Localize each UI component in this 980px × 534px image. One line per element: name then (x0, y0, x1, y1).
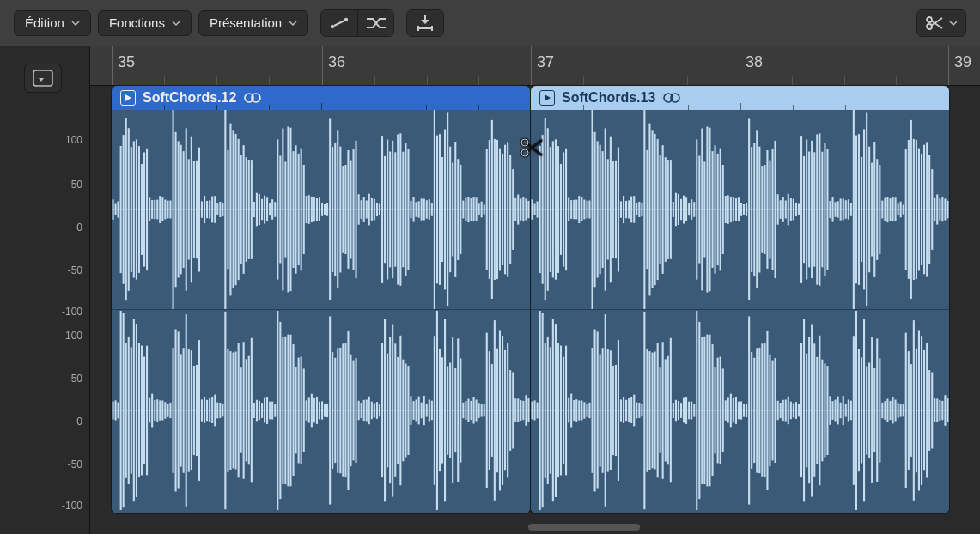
svg-rect-424 (743, 204, 745, 215)
svg-rect-605 (795, 402, 797, 419)
svg-rect-128 (399, 133, 401, 285)
svg-rect-29 (141, 164, 143, 255)
svg-rect-387 (646, 150, 648, 269)
svg-rect-68 (243, 145, 245, 274)
svg-rect-385 (641, 203, 642, 216)
svg-rect-448 (806, 140, 807, 280)
svg-rect-502 (947, 201, 948, 218)
svg-rect-32 (149, 198, 150, 221)
svg-rect-481 (892, 197, 894, 221)
svg-rect-400 (680, 199, 682, 220)
svg-rect-583 (738, 402, 740, 420)
svg-rect-69 (246, 157, 247, 262)
svg-rect-300 (429, 400, 430, 422)
svg-rect-306 (444, 319, 446, 502)
svg-rect-202 (173, 348, 174, 473)
svg-rect-367 (594, 132, 596, 287)
svg-rect-518 (568, 398, 569, 423)
tool-menu[interactable] (916, 9, 966, 37)
svg-rect-619 (832, 401, 834, 420)
svg-rect-449 (808, 152, 810, 268)
svg-rect-338 (527, 398, 529, 422)
svg-rect-47 (188, 159, 190, 259)
svg-rect-567 (696, 311, 697, 510)
svg-rect-315 (467, 399, 469, 422)
automation-toggle[interactable] (321, 10, 357, 36)
svg-marker-13 (39, 78, 44, 82)
svg-rect-282 (381, 343, 383, 477)
svg-rect-274 (361, 403, 362, 418)
track-area[interactable]: 35 36 37 38 39 SoftChords.12 (90, 46, 980, 534)
chevron-down-icon (289, 19, 297, 27)
svg-rect-647 (905, 333, 907, 488)
svg-rect-107 (344, 165, 346, 254)
svg-rect-463 (845, 200, 847, 219)
svg-rect-438 (780, 200, 782, 219)
catch-playhead-button[interactable] (407, 10, 443, 36)
svg-rect-170 (509, 155, 511, 264)
svg-rect-457 (829, 201, 831, 218)
svg-rect-414 (717, 154, 719, 265)
svg-rect-541 (628, 398, 630, 422)
svg-rect-244 (282, 337, 283, 484)
svg-rect-641 (890, 401, 892, 420)
flex-icon (365, 15, 387, 31)
svg-rect-331 (509, 370, 511, 451)
chevron-down-icon (172, 19, 180, 27)
horizontal-scrollbar[interactable] (528, 524, 640, 531)
regions-lane: SoftChords.12 (90, 86, 980, 515)
svg-rect-428 (753, 143, 755, 276)
svg-rect-135 (418, 201, 420, 217)
svg-rect-262 (329, 317, 331, 505)
svg-rect-468 (858, 134, 860, 285)
svg-rect-284 (387, 354, 388, 468)
svg-rect-615 (821, 360, 823, 462)
edit-menu[interactable]: Édition (14, 10, 91, 36)
catalog-button[interactable] (24, 64, 62, 93)
svg-rect-459 (835, 202, 837, 217)
region-header[interactable]: SoftChords.12 (112, 86, 530, 110)
svg-rect-317 (473, 397, 475, 424)
svg-rect-593 (764, 343, 765, 477)
svg-rect-208 (188, 349, 190, 471)
audio-region[interactable]: SoftChords.13 (531, 86, 949, 513)
svg-rect-246 (287, 335, 289, 487)
audio-region[interactable]: SoftChords.12 (112, 86, 530, 513)
svg-rect-278 (371, 402, 373, 420)
svg-rect-516 (563, 357, 564, 464)
functions-menu[interactable]: Fonctions (98, 10, 192, 36)
svg-rect-319 (478, 403, 480, 418)
waveform-left (531, 110, 949, 309)
svg-rect-497 (934, 198, 935, 221)
svg-rect-640 (886, 399, 888, 422)
presentation-menu[interactable]: Présentation (198, 10, 308, 36)
svg-rect-607 (800, 343, 802, 477)
svg-rect-425 (746, 203, 747, 216)
svg-rect-531 (602, 348, 604, 473)
svg-rect-652 (918, 331, 920, 491)
svg-rect-659 (936, 398, 938, 422)
svg-rect-291 (405, 364, 406, 458)
svg-rect-308 (449, 363, 451, 458)
bar-ruler[interactable]: 35 36 37 38 39 (90, 46, 980, 86)
svg-rect-260 (324, 404, 326, 417)
svg-rect-591 (758, 348, 760, 473)
amp-label: 100 (65, 330, 82, 342)
svg-rect-365 (588, 201, 590, 219)
svg-rect-589 (753, 358, 755, 463)
svg-rect-539 (623, 397, 624, 423)
svg-rect-620 (835, 400, 837, 422)
svg-rect-111 (356, 141, 357, 278)
svg-rect-275 (363, 400, 365, 421)
svg-rect-228 (240, 367, 242, 453)
svg-rect-660 (939, 400, 940, 421)
svg-rect-279 (374, 404, 375, 418)
svg-rect-92 (306, 196, 307, 223)
svg-rect-606 (798, 404, 800, 417)
svg-rect-109 (350, 161, 351, 259)
flex-toggle[interactable] (357, 10, 393, 36)
svg-rect-100 (326, 203, 328, 216)
svg-rect-168 (504, 145, 506, 275)
region-header[interactable]: SoftChords.13 (531, 86, 949, 110)
svg-rect-617 (826, 366, 828, 455)
